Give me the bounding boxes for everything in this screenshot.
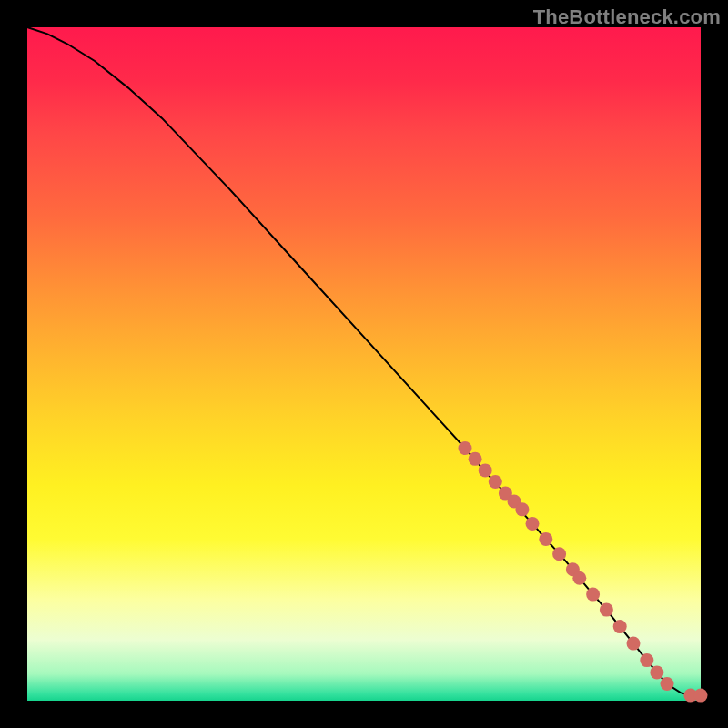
- scatter-point: [552, 547, 566, 561]
- scatter-point: [526, 517, 540, 531]
- scatter-point: [469, 452, 482, 466]
- chart-stage: TheBottleneck.com: [0, 0, 728, 728]
- scatter-point: [627, 637, 641, 651]
- scatter-point: [640, 653, 653, 667]
- watermark-label: TheBottleneck.com: [533, 5, 721, 29]
- scatter-point: [613, 620, 627, 633]
- scatter-points: [459, 441, 708, 703]
- plot-area: [27, 27, 701, 701]
- scatter-point: [694, 689, 708, 703]
- scatter-point: [650, 665, 663, 679]
- scatter-point: [539, 532, 552, 546]
- scatter-point: [489, 475, 502, 489]
- scatter-point: [600, 603, 613, 617]
- scatter-point: [479, 463, 492, 477]
- scatter-point: [661, 677, 674, 691]
- scatter-point: [459, 441, 472, 455]
- chart-overlay: [27, 27, 701, 701]
- scatter-point: [572, 571, 586, 585]
- scatter-point: [515, 502, 529, 516]
- scatter-point: [586, 588, 600, 602]
